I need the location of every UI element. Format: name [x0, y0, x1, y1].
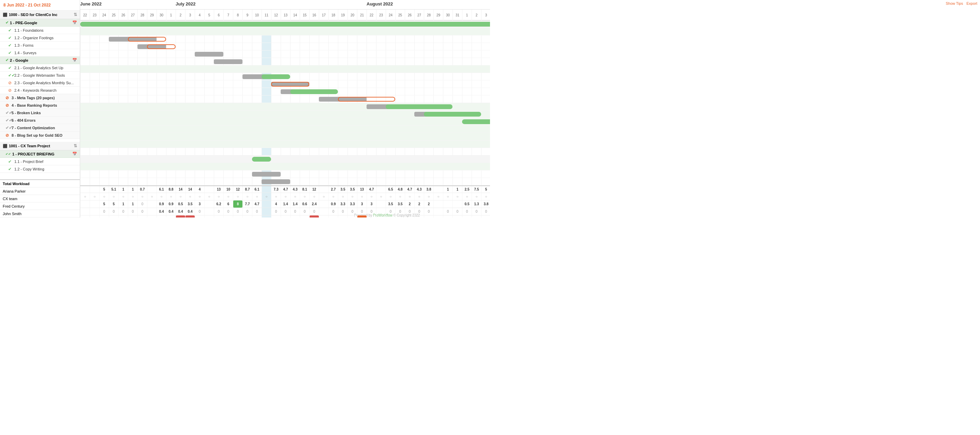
workload-data-cell: 0.3 [338, 216, 347, 218]
workload-data-cell: 0 [137, 200, 147, 208]
sidebar-content: ⬛ 1000 - SEO for ClientCo Inc ⇅ ✔ 1 - PR… [0, 11, 80, 179]
project-1001[interactable]: ⬛ 1001 - CX Team Project ⇅ [0, 142, 80, 150]
task-project-brief[interactable]: ✔ 1.1 - Project Brief [0, 158, 80, 165]
task-foundations[interactable]: ✔ 1.1 - Foundations [0, 27, 80, 34]
workload-data-cell: 1.3 [472, 200, 481, 208]
task-ga-setup[interactable]: ✔ 2.1 - Google Analytics Set Up [0, 64, 80, 71]
task-organize-footings[interactable]: ✔ 1.2 - Organize Footings [0, 34, 80, 41]
workload-data-cell: 1.7 [367, 216, 376, 218]
group-google[interactable]: ✔ 2 - Google 📅 [0, 57, 80, 64]
workload-data-cell: ○ [395, 193, 405, 200]
workload-data-cell: 13 [176, 216, 185, 218]
project-1000[interactable]: ⬛ 1000 - SEO for ClientCo Inc ⇅ [0, 11, 80, 19]
day-cell: 22 [367, 10, 376, 21]
gantt-bar [290, 89, 338, 94]
project-title: 1001 - CX Team Project [9, 144, 50, 148]
workload-data-cell: 5 [109, 200, 118, 208]
day-cell: 26 [118, 10, 128, 21]
day-cell: 20 [347, 10, 357, 21]
task-forms[interactable]: ✔ 1.3 - Forms [0, 41, 80, 49]
day-cell: 7 [223, 10, 233, 21]
gantt-row [80, 140, 490, 148]
workload-data-cell: 4.7 [405, 186, 414, 193]
group-404[interactable]: ✔✔ 6 - 404 Errors [0, 117, 80, 124]
group-content-opt[interactable]: ✔✔ 7 - Content Optimization [0, 124, 80, 132]
workload-data-cell: ○ [319, 193, 328, 200]
gantt-row [80, 156, 490, 163]
workload-data-cell: 2 [405, 200, 414, 208]
task-copy-writing[interactable]: ✔ 1.2 - Copy Writing [0, 165, 80, 173]
workload-data-cell: 1.9 [328, 216, 338, 218]
workload-data-cell: 7.5 [166, 216, 176, 218]
workload-data-cell [80, 200, 90, 208]
workload-data-cell: 6.2 [214, 200, 223, 208]
workload-data-cell: 0.3 [347, 216, 357, 218]
workload-data-cell: 0 [281, 208, 290, 215]
workload-data-cell: ○ [118, 193, 128, 200]
workload-data-cell: 1 [118, 186, 128, 193]
day-cell: 27 [128, 10, 137, 21]
workload-data-cell: ○ [271, 193, 281, 200]
task-webmaster[interactable]: ✔✔ 2.2 - Google Webmaster Tools [0, 71, 80, 79]
day-cell: 25 [109, 10, 118, 21]
workload-data-cell: 0 [195, 208, 204, 215]
workload-data-cell: 4.7 [281, 186, 290, 193]
gantt-bar [214, 59, 242, 64]
workload-data-cell: 0 [472, 208, 481, 215]
workload-data-cell: ○ [443, 193, 452, 200]
workload-data-cell [261, 200, 271, 208]
group-pre-google[interactable]: ✔ 1 - PRE-Google 📅 [0, 19, 80, 27]
workload-data-cell [147, 208, 156, 215]
proj-sort-icon: ⇅ [74, 12, 77, 17]
task-ga-monthly[interactable]: ⊘ 2.3 - Google Analytics Monthly Su... [0, 79, 80, 87]
group-project-briefing[interactable]: ✔✔ 1 - PROJECT BRIEFING 📅 [0, 150, 80, 158]
workload-data-cell: ○ [242, 193, 252, 200]
day-cell: 29 [433, 10, 443, 21]
workload-data-cell: 3.8 [481, 200, 490, 208]
workload-data-cell [204, 208, 214, 215]
workload-data-cell [261, 186, 271, 193]
workload-data-cell: 0 [424, 208, 433, 215]
group-label: 2 - Google [10, 58, 28, 62]
workload-gantt-row: 55.1110.76.18.8141441310128.76.17.34.74.… [80, 186, 490, 193]
task-label: 2.4 - Keywords Research [14, 88, 57, 92]
workload-data-cell: ○ [233, 193, 242, 200]
workload-data-cell: 2 [414, 200, 424, 208]
workload-data-cell: 1 [242, 216, 252, 218]
workload-data-cell: 0 [137, 208, 147, 215]
workload-data-cell [319, 200, 328, 208]
pending-icon: ✔✔ [5, 110, 10, 115]
workload-data-cell: 3 [386, 216, 395, 218]
workload-data-cell [376, 208, 386, 215]
workload-data-cell: 8 [233, 200, 242, 208]
task-label: 2.3 - Google Analytics Monthly Su... [14, 81, 74, 85]
proj-sort-icon: ⇅ [74, 143, 77, 148]
group-blog[interactable]: ⊘ 8 - Blog Set up for Gold SEO [0, 132, 80, 139]
workload-gantt-row: 00000.74.87.5139.816.44.44.411.43.33.337… [80, 216, 490, 218]
workload-data-cell: 3.8 [472, 216, 481, 218]
group-broken-links[interactable]: ✔✔ 5 - Broken Links [0, 109, 80, 117]
workload-data-cell: 0.9 [156, 200, 166, 208]
workload-data-cell: 9.8 [185, 216, 195, 218]
group-label: 3 - Meta Tags (20 pages) [11, 96, 54, 100]
workload-data-cell: 6.1 [156, 186, 166, 193]
task-label: 2.1 - Google Analytics Set Up [14, 66, 64, 70]
workload-data-cell: 0 [367, 208, 376, 215]
day-cell: 1 [462, 10, 472, 21]
workload-data-cell: 3 [357, 200, 367, 208]
gantt-container[interactable]: June 2022 July 2022 August 2022 Septembe… [80, 0, 490, 218]
workload-data-cell: 1.8 [424, 216, 433, 218]
workload-data-cell [433, 200, 443, 208]
gantt-row [80, 95, 490, 103]
workload-data-cell: 4.4 [233, 216, 242, 218]
workload-data-cell [90, 200, 99, 208]
task-surveys[interactable]: ✔ 1.4 - Surveys [0, 49, 80, 57]
workload-data-cell: 0 [242, 208, 252, 215]
day-cell: 10 [252, 10, 261, 21]
workload-data-cell: ○ [328, 193, 338, 200]
task-keywords[interactable]: ⊘ 2.4 - Keywords Research [0, 87, 80, 94]
gantt-row [80, 58, 490, 65]
group-base-ranking[interactable]: ⊘ 4 - Base Ranking Reports [0, 102, 80, 109]
group-meta-tags[interactable]: ⊘ 3 - Meta Tags (20 pages) [0, 94, 80, 102]
workload-data-cell: 0 [386, 208, 395, 215]
